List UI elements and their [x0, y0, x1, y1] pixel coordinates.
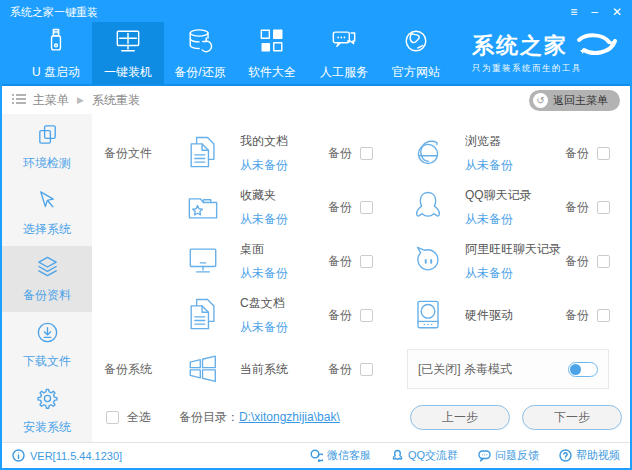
app-window: 系统之家一键重装 ≡ – ✕ U 盘启动 一键装机 备份/还原 软件大全 人工服…	[0, 0, 632, 470]
browser-icon	[407, 132, 449, 174]
backup-checkbox-hardware-drivers[interactable]	[597, 309, 610, 322]
brand-swoosh-icon	[574, 31, 620, 61]
wechat-icon	[310, 449, 323, 462]
close-icon[interactable]: ✕	[612, 4, 622, 20]
backup-checkbox-label: 备份	[565, 145, 589, 162]
usb-icon	[40, 25, 72, 60]
globe-icon	[400, 25, 432, 60]
backup-item-status: 从未备份	[240, 211, 328, 228]
qq-penguin-icon	[407, 186, 449, 228]
nav-item-label: 人工服务	[320, 64, 368, 81]
backup-item-title: 我的文档	[240, 133, 328, 150]
nav-item-website[interactable]: 官方网站	[380, 22, 452, 84]
version-info: VER[11.5.44.1230]	[12, 449, 122, 462]
sidebar-item-backup-data[interactable]: 备份资料	[2, 246, 92, 312]
backup-item-title: 当前系统	[240, 361, 328, 378]
qq-group-link[interactable]: QQ交流群	[391, 448, 458, 463]
brand-logo: 系统之家 只为重装系统而生的工具	[472, 22, 620, 84]
minimize-icon[interactable]: –	[591, 4, 598, 20]
backup-checkbox-desktop[interactable]	[360, 255, 373, 268]
previous-step-button[interactable]: 上一步	[410, 405, 510, 430]
pages-icon	[35, 122, 60, 150]
feedback-link[interactable]: 问题反馈	[478, 448, 539, 463]
list-menu-icon	[12, 93, 33, 108]
wechat-support-link[interactable]: 微信客服	[310, 448, 371, 463]
nav-item-software[interactable]: 软件大全	[236, 22, 308, 84]
backup-dir-link[interactable]: D:\xitongzhijia\bak\	[239, 410, 340, 424]
sidebar-item-label: 下载文件	[23, 353, 71, 370]
qq-icon	[391, 449, 404, 462]
backup-item-hardware-drivers: 硬件驱动 备份	[393, 294, 630, 336]
nav-item-label: 软件大全	[248, 64, 296, 81]
backup-item-status: 从未备份	[465, 157, 565, 174]
backup-checkbox-label: 备份	[328, 199, 352, 216]
brand-tagline: 只为重装系统而生的工具	[472, 63, 620, 75]
back-to-main-menu-button[interactable]: ↺ 返回主菜单	[529, 90, 620, 111]
backup-dir-label: 备份目录：	[179, 409, 239, 426]
backup-checkbox-favorites[interactable]	[360, 201, 373, 214]
wangwang-bubble-icon	[407, 240, 449, 282]
backup-item-title: 浏览器	[465, 133, 565, 150]
backup-checkbox-browser[interactable]	[597, 147, 610, 160]
monitor-windows-icon	[112, 25, 144, 60]
sidebar-item-download-files[interactable]: 下载文件	[2, 312, 92, 378]
hardware-drive-icon	[407, 294, 449, 336]
documents-icon	[182, 294, 224, 336]
backup-row: 收藏夹从未备份 备份 QQ聊天记录从未备份 备份	[92, 180, 630, 234]
backup-checkbox-label: 备份	[328, 145, 352, 162]
sidebar-item-label: 安装系统	[23, 419, 71, 436]
back-arrow-icon: ↺	[533, 93, 548, 108]
backup-item-title: 收藏夹	[240, 187, 328, 204]
backup-checkbox-c-drive-docs[interactable]	[360, 309, 373, 322]
backup-checkbox-label: 备份	[565, 307, 589, 324]
version-text: VER[11.5.44.1230]	[30, 450, 122, 462]
sidebar-item-label: 选择系统	[23, 221, 71, 238]
back-button-label: 返回主菜单	[553, 93, 608, 108]
backup-item-status: 从未备份	[465, 211, 565, 228]
nav-item-label: U 盘启动	[32, 64, 80, 81]
nav-item-backup-restore[interactable]: 备份/还原	[164, 22, 236, 84]
folder-star-icon	[182, 186, 224, 228]
backup-item-status: 从未备份	[240, 157, 328, 174]
download-circle-icon	[35, 320, 60, 348]
windows-logo-icon	[182, 348, 224, 390]
bottom-controls: 全选 备份目录： D:\xitongzhijia\bak\ 上一步 下一步	[92, 400, 630, 434]
sidebar-item-install-system[interactable]: 安装系统	[2, 378, 92, 444]
antivirus-mode-cell: [已关闭] 杀毒模式	[393, 349, 630, 389]
sidebar-item-select-system[interactable]: 选择系统	[2, 180, 92, 246]
backup-item-status: 从未备份	[465, 265, 565, 282]
backup-checkbox-current-system[interactable]	[360, 363, 373, 376]
backup-item-title: 桌面	[240, 241, 328, 258]
backup-checkbox-label: 备份	[328, 361, 352, 378]
nav-item-one-key-install[interactable]: 一键装机	[92, 22, 164, 84]
breadcrumb: 主菜单 ▶ 系统重装 ↺ 返回主菜单	[2, 86, 630, 114]
info-icon	[12, 449, 25, 462]
nav-item-label: 备份/还原	[174, 64, 225, 81]
nav-item-service[interactable]: 人工服务	[308, 22, 380, 84]
backup-checkbox-qq-history[interactable]	[597, 201, 610, 214]
backup-checkbox-my-documents[interactable]	[360, 147, 373, 160]
backup-checkbox-label: 备份	[328, 253, 352, 270]
menu-icon[interactable]: ≡	[570, 4, 577, 20]
next-step-button[interactable]: 下一步	[522, 405, 622, 430]
select-all-label: 全选	[127, 409, 151, 426]
backup-item-qq-history: QQ聊天记录从未备份 备份	[393, 186, 630, 228]
status-bar: VER[11.5.44.1230] 微信客服 QQ交流群 问题反馈 帮助视频	[2, 442, 630, 468]
backup-system-row: 备份系统 当前系统 备份 [已关闭] 杀毒模式	[92, 342, 630, 396]
gear-icon	[35, 386, 60, 414]
section-label-backup-system: 备份系统	[92, 361, 156, 378]
nav-item-usb-boot[interactable]: U 盘启动	[20, 22, 92, 84]
backup-item-title: 硬件驱动	[465, 307, 565, 324]
antivirus-mode-toggle[interactable]	[568, 362, 598, 377]
backup-item-title: 阿里旺旺聊天记录	[465, 241, 565, 258]
breadcrumb-root[interactable]: 主菜单	[33, 92, 69, 109]
cursor-icon	[35, 188, 60, 216]
help-videos-link[interactable]: 帮助视频	[559, 448, 620, 463]
sidebar-item-env-check[interactable]: 环境检测	[2, 114, 92, 180]
backup-checkbox-wangwang[interactable]	[597, 255, 610, 268]
backup-item-my-documents: 我的文档从未备份 备份	[156, 132, 393, 174]
brand-title: 系统之家	[472, 31, 568, 61]
select-all-checkbox[interactable]	[106, 411, 119, 424]
layers-icon	[35, 254, 60, 282]
backup-item-title: C盘文档	[240, 295, 328, 312]
